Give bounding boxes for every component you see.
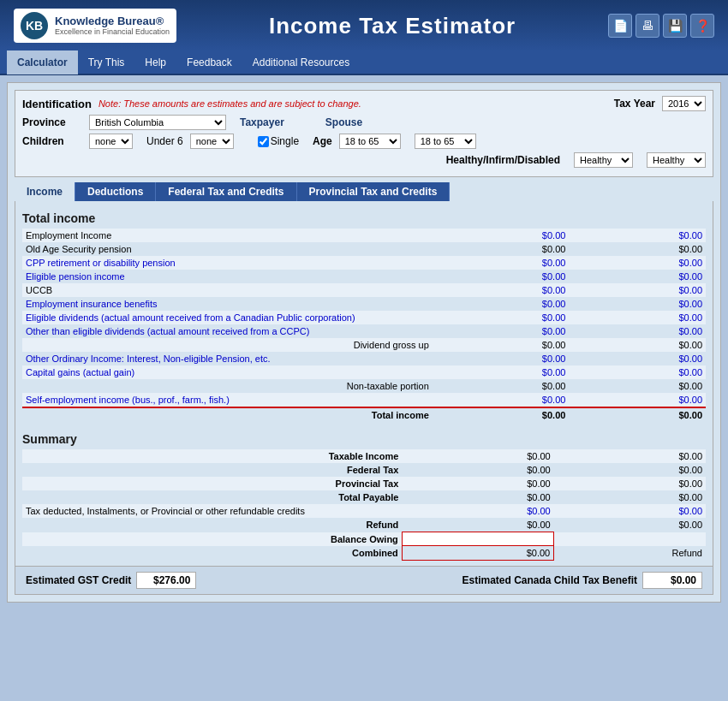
gst-label: Estimated GST Credit <box>26 574 131 586</box>
table-row: Provincial Tax $0.00 $0.00 <box>22 477 706 490</box>
spouse-hi-select[interactable]: Healthy Infirm Disabled <box>647 152 706 168</box>
single-checkbox-label[interactable]: Single <box>258 135 299 147</box>
main-content: Identification Note: These amounts are e… <box>7 82 721 603</box>
app-header: KB Knowledge Bureau® Excellence in Finan… <box>0 0 728 51</box>
province-select[interactable]: British Columbia Ontario Alberta <box>89 115 226 130</box>
help-icon[interactable]: ❓ <box>690 14 714 38</box>
summary-table: Taxable Income $0.00 $0.00 Federal Tax $… <box>22 449 706 561</box>
employment-spouse[interactable]: $0.00 <box>678 230 702 241</box>
age-label: Age <box>313 135 332 147</box>
nav-try-this[interactable]: Try This <box>78 50 135 74</box>
nav-feedback[interactable]: Feedback <box>176 50 242 74</box>
table-row: Non-taxable portion $0.00 $0.00 <box>22 379 706 393</box>
identification-note: Note: These amounts are estimates and ar… <box>98 98 361 109</box>
table-row: Old Age Security pension $0.00 $0.00 <box>22 242 706 256</box>
province-label: Province <box>22 116 82 128</box>
table-row: Combined $0.00 Refund <box>22 546 706 561</box>
taxpayer-age-select[interactable]: 18 to 65 Under 18 65+ <box>339 134 401 149</box>
tax-year-label: Tax Year <box>614 98 655 110</box>
income-table: Employment Income $0.00 $0.00 Old Age Se… <box>22 229 706 422</box>
children-label: Children <box>22 135 82 147</box>
taxpayer-label: Taxpayer <box>240 116 284 128</box>
tab-provincial-tax[interactable]: Provincial Tax and Credits <box>297 182 451 201</box>
table-row: Other Ordinary Income: Interest, Non-eli… <box>22 352 706 365</box>
cpp-label-link[interactable]: CPP retirement or disability pension <box>26 258 176 268</box>
income-section-title: Total income <box>22 211 706 225</box>
gst-credit-item: Estimated GST Credit $276.00 <box>26 572 196 589</box>
spouse-label: Spouse <box>325 116 362 128</box>
table-row: Dividend gross up $0.00 $0.00 <box>22 338 706 352</box>
income-total-row: Total income $0.00 $0.00 <box>22 407 706 422</box>
identification-section: Identification Note: These amounts are e… <box>15 90 713 177</box>
table-row: Employment insurance benefits $0.00 $0.0… <box>22 297 706 311</box>
table-row: Balance Owing <box>22 532 706 546</box>
save-icon[interactable]: 💾 <box>663 14 687 38</box>
tab-income[interactable]: Income <box>15 182 75 201</box>
employment-taxpayer[interactable]: $0.00 <box>542 230 566 241</box>
child-value: $0.00 <box>642 572 702 589</box>
header-icons: 📄 🖶 💾 ❓ <box>608 14 714 38</box>
app-title: Income Tax Estimator <box>269 13 516 39</box>
income-tabs: Income Deductions Federal Tax and Credit… <box>15 182 713 201</box>
spouse-age-select[interactable]: 18 to 65 Under 18 65+ <box>415 134 476 149</box>
table-row: Federal Tax $0.00 $0.00 <box>22 463 706 477</box>
table-row: UCCB $0.00 $0.00 <box>22 283 706 297</box>
table-row: Refund $0.00 $0.00 <box>22 518 706 532</box>
table-row: CPP retirement or disability pension $0.… <box>22 256 706 270</box>
tab-deductions[interactable]: Deductions <box>75 182 156 201</box>
table-row: Total Payable $0.00 $0.00 <box>22 490 706 504</box>
table-row: Employment Income $0.00 $0.00 <box>22 229 706 242</box>
table-row: Taxable Income $0.00 $0.00 <box>22 449 706 463</box>
summary-section-title: Summary <box>22 432 706 446</box>
hi-label: Healthy/Infirm/Disabled <box>446 154 560 166</box>
tax-year-select[interactable]: 2016 2015 2017 <box>662 96 706 111</box>
tab-content: Total income Employment Income $0.00 $0.… <box>15 201 713 567</box>
table-row: Capital gains (actual gain) $0.00 $0.00 <box>22 365 706 379</box>
logo-subtitle: Excellence in Financial Education <box>55 27 170 37</box>
logo-title: Knowledge Bureau® <box>55 15 170 28</box>
print-icon[interactable]: 🖶 <box>636 14 659 38</box>
logo-area: KB Knowledge Bureau® Excellence in Finan… <box>14 9 176 43</box>
table-row: Eligible pension income $0.00 $0.00 <box>22 270 706 283</box>
gst-value: $276.00 <box>136 572 196 589</box>
taxpayer-hi-select[interactable]: Healthy Infirm Disabled <box>574 152 633 168</box>
nav-calculator[interactable]: Calculator <box>7 50 78 74</box>
logo-icon: KB <box>21 12 48 39</box>
logo-text: Knowledge Bureau® Excellence in Financia… <box>55 15 170 37</box>
table-row: Self-employment income (bus., prof., far… <box>22 393 706 407</box>
nav-bar: Calculator Try This Help Feedback Additi… <box>0 51 728 75</box>
nav-help[interactable]: Help <box>134 50 176 74</box>
child-label: Estimated Canada Child Tax Benefit <box>462 574 638 586</box>
divider <box>22 422 706 427</box>
under6-select[interactable]: none 1 2 <box>190 134 234 149</box>
table-row: Tax deducted, Instalments, or Provincial… <box>22 504 706 518</box>
table-row: Eligible dividends (actual amount receiv… <box>22 311 706 324</box>
identification-label: Identification <box>22 98 92 110</box>
table-row: Other than eligible dividends (actual am… <box>22 324 706 338</box>
single-checkbox[interactable] <box>258 136 269 147</box>
child-benefit-item: Estimated Canada Child Tax Benefit $0.00 <box>462 572 703 589</box>
tab-federal-tax[interactable]: Federal Tax and Credits <box>156 182 296 201</box>
under6-label: Under 6 <box>146 135 183 147</box>
document-icon[interactable]: 📄 <box>608 14 632 38</box>
nav-additional-resources[interactable]: Additional Resources <box>242 50 360 74</box>
footer: Estimated GST Credit $276.00 Estimated C… <box>15 567 713 595</box>
children-select[interactable]: none 1 2 <box>89 134 133 149</box>
